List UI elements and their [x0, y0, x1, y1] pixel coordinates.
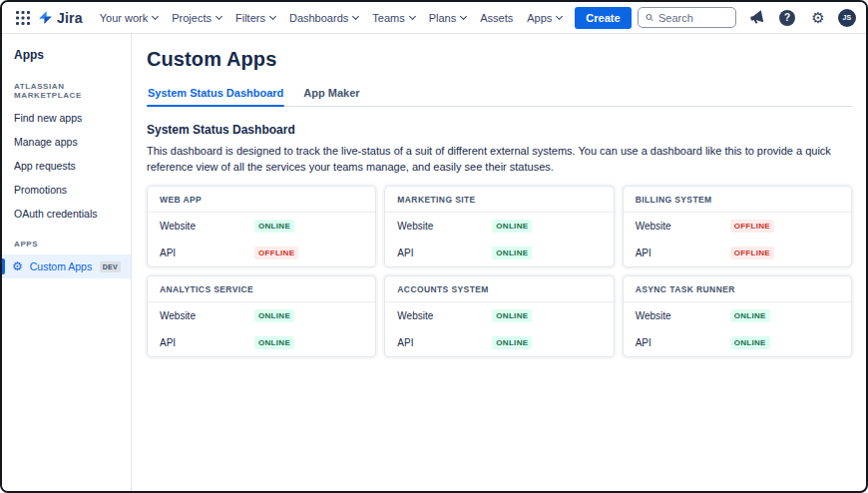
- tab-bar: System Status Dashboard App Maker: [147, 87, 852, 107]
- status-card-title: MARKETING SITE: [385, 187, 613, 213]
- status-badge: ONLINE: [492, 309, 532, 322]
- main-content: Custom Apps System Status Dashboard App …: [132, 34, 866, 491]
- sidebar-item-custom-apps[interactable]: ⚙ Custom Apps DEV: [2, 254, 131, 278]
- status-row: Website ONLINE: [624, 302, 851, 329]
- status-row-label: API: [397, 247, 492, 258]
- nav-item-apps[interactable]: Apps: [520, 8, 569, 28]
- status-row-label: Website: [636, 310, 730, 321]
- status-row-label: Website: [160, 221, 254, 232]
- nav-item-filters[interactable]: Filters: [228, 8, 282, 28]
- sidebar-item-oauth-credentials[interactable]: OAuth credentials: [2, 202, 131, 226]
- nav-item-dashboards[interactable]: Dashboards: [282, 8, 365, 28]
- status-badge: ONLINE: [492, 220, 532, 233]
- status-card-async-task-runner: ASYNC TASK RUNNER Website ONLINE API ONL…: [623, 275, 852, 357]
- status-row-label: API: [160, 247, 254, 258]
- status-card-web-app: WEB APP Website ONLINE API OFFLINE: [147, 186, 376, 267]
- status-row: API ONLINE: [624, 329, 851, 356]
- status-row-label: API: [160, 337, 254, 348]
- sidebar-section-heading-apps: APPS: [2, 240, 131, 248]
- nav-item-label: Filters: [235, 12, 265, 24]
- chevron-down-icon: [269, 12, 276, 19]
- status-badge: ONLINE: [730, 309, 770, 322]
- jira-wordmark: Jira: [57, 10, 83, 26]
- nav-item-label: Plans: [429, 12, 457, 24]
- status-badge: OFFLINE: [730, 220, 774, 233]
- announcements-button[interactable]: [745, 7, 767, 29]
- jira-logo-icon: [38, 10, 53, 25]
- search-input[interactable]: [658, 12, 728, 24]
- megaphone-icon: [749, 10, 764, 25]
- nav-item-label: Dashboards: [289, 12, 348, 24]
- status-row: Website ONLINE: [148, 302, 375, 329]
- search-icon: [646, 12, 653, 23]
- chevron-down-icon: [409, 12, 416, 19]
- status-card-title: ACCOUNTS SYSTEM: [385, 276, 613, 302]
- status-row: API OFFLINE: [148, 240, 375, 266]
- search-box[interactable]: [638, 7, 736, 28]
- status-row-label: API: [636, 247, 730, 258]
- status-card-title: BILLING SYSTEM: [624, 187, 851, 213]
- sidebar-item-promotions[interactable]: Promotions: [2, 178, 131, 202]
- status-row: API ONLINE: [385, 329, 613, 356]
- create-button[interactable]: Create: [575, 7, 631, 29]
- status-badge: ONLINE: [492, 246, 532, 259]
- status-row: API OFFLINE: [624, 240, 851, 266]
- status-row: Website ONLINE: [385, 213, 613, 240]
- chevron-down-icon: [216, 12, 222, 19]
- nav-item-label: Teams: [372, 12, 404, 24]
- app-gear-icon: ⚙: [12, 260, 23, 272]
- nav-item-label: Your work: [100, 12, 149, 24]
- nav-item-label: Projects: [172, 12, 212, 24]
- dev-badge: DEV: [100, 261, 121, 272]
- status-badge: OFFLINE: [254, 246, 298, 259]
- sidebar-title: Apps: [2, 48, 131, 62]
- nav-item-label: Assets: [480, 12, 513, 24]
- chevron-down-icon: [152, 12, 159, 19]
- status-card-marketing-site: MARKETING SITE Website ONLINE API ONLINE: [384, 186, 614, 267]
- page-title: Custom Apps: [147, 48, 852, 71]
- avatar[interactable]: JS: [838, 9, 856, 27]
- nav-item-plans[interactable]: Plans: [422, 8, 474, 28]
- tab-app-maker[interactable]: App Maker: [302, 87, 360, 106]
- chevron-down-icon: [460, 12, 467, 19]
- settings-button[interactable]: ⚙: [807, 7, 829, 29]
- nav-item-teams[interactable]: Teams: [365, 8, 421, 28]
- app-window: Jira Your work Projects Filters Dashboar…: [0, 0, 868, 493]
- sidebar-item-manage-apps[interactable]: Manage apps: [2, 130, 131, 154]
- status-badge: ONLINE: [254, 220, 294, 233]
- gear-icon: ⚙: [811, 10, 824, 25]
- question-icon: ?: [779, 10, 795, 26]
- status-row-label: Website: [397, 310, 492, 321]
- status-row-label: Website: [160, 310, 254, 321]
- status-row-label: Website: [397, 221, 492, 232]
- status-badge: ONLINE: [254, 336, 294, 349]
- status-card-accounts-system: ACCOUNTS SYSTEM Website ONLINE API ONLIN…: [384, 275, 614, 357]
- sidebar-section-heading-marketplace: ATLASSIAN MARKETPLACE: [2, 82, 131, 100]
- status-badge: ONLINE: [730, 336, 770, 349]
- status-badge: ONLINE: [492, 336, 532, 349]
- nav-item-your-work[interactable]: Your work: [93, 8, 166, 28]
- grid-icon: [16, 11, 30, 25]
- status-row: API ONLINE: [385, 240, 613, 266]
- status-card-analytics-service: ANALYTICS SERVICE Website ONLINE API ONL…: [147, 275, 376, 357]
- sidebar-item-find-new-apps[interactable]: Find new apps: [2, 106, 131, 130]
- section-title: System Status Dashboard: [147, 123, 852, 137]
- status-row: API ONLINE: [148, 329, 375, 356]
- sidebar-item-app-requests[interactable]: App requests: [2, 154, 131, 178]
- jira-logo[interactable]: Jira: [38, 10, 83, 26]
- tab-system-status-dashboard[interactable]: System Status Dashboard: [147, 87, 284, 106]
- sidebar: Apps ATLASSIAN MARKETPLACE Find new apps…: [2, 34, 132, 491]
- status-row-label: API: [397, 337, 492, 348]
- chevron-down-icon: [352, 12, 359, 19]
- nav-item-assets[interactable]: Assets: [473, 8, 520, 28]
- top-navigation: Jira Your work Projects Filters Dashboar…: [2, 2, 866, 34]
- nav-item-projects[interactable]: Projects: [165, 8, 228, 28]
- status-row-label: API: [636, 337, 730, 348]
- status-card-billing-system: BILLING SYSTEM Website OFFLINE API OFFLI…: [623, 186, 852, 267]
- chevron-down-icon: [556, 12, 563, 19]
- help-button[interactable]: ?: [776, 7, 798, 29]
- nav-item-label: Apps: [527, 12, 552, 24]
- status-row: Website ONLINE: [385, 302, 613, 329]
- app-switcher-button[interactable]: [12, 7, 34, 29]
- sidebar-item-label: Custom Apps: [30, 260, 92, 272]
